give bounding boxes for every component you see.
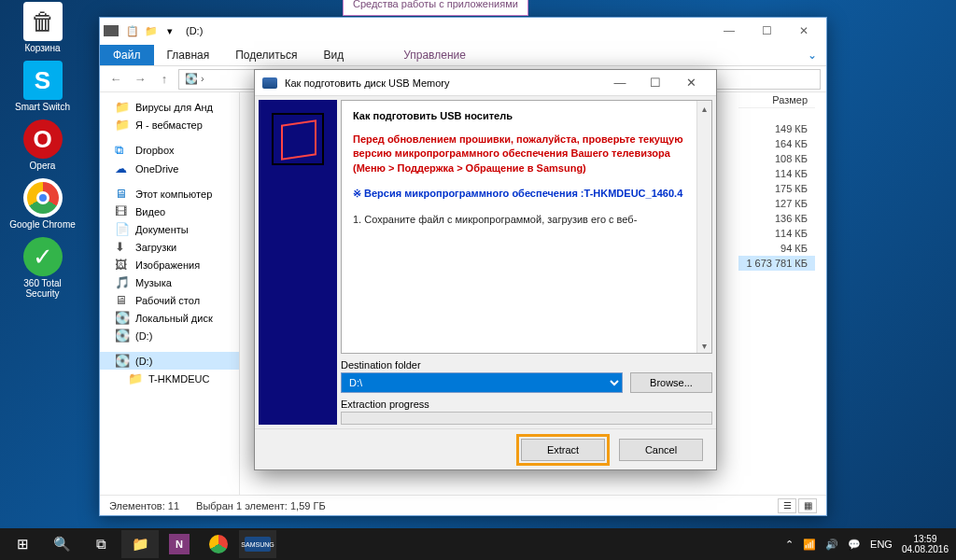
dialog-title: Как подготовить диск USB Memory [285,77,449,89]
browse-button[interactable]: Browse... [630,372,712,393]
dialog-titlebar[interactable]: Как подготовить диск USB Memory — ☐ ✕ [255,70,716,96]
maximize-button[interactable]: ☐ [748,21,785,41]
qat-dropdown-icon[interactable]: ▾ [162,22,178,39]
dialog-maximize-button[interactable]: ☐ [638,73,673,93]
desktop-icon-opera[interactable]: OOpera [7,119,77,171]
tray-clock[interactable]: 13:59 04.08.2016 [902,534,949,554]
taskbar-chrome[interactable] [200,530,237,558]
progress-label: Extraction progress [341,399,429,410]
tray-volume-icon[interactable]: 🔊 [825,539,838,551]
desktop-icon-smartswitch[interactable]: SSmart Switch [7,61,77,112]
desktop-icon-chrome[interactable]: Google Chrome [7,178,77,230]
dialog-banner [259,100,337,425]
file-size: 136 КБ [738,211,815,226]
file-size: 175 КБ [738,181,815,196]
nav-item-desktop[interactable]: 🖥Рабочий стол [100,291,239,309]
file-size: 114 КБ [738,226,815,241]
file-size: 127 КБ [738,196,815,211]
instructions-version: ※ Версия микропрограммного обеспечения :… [353,187,700,201]
desktop-icons: 🗑Корзина SSmart Switch OOpera Google Chr… [7,2,77,306]
qat-props-icon[interactable]: 📋 [124,22,141,39]
view-details-icon[interactable]: ☰ [778,498,796,513]
nav-item-d-selected[interactable]: 💽(D:) [100,352,239,370]
progress-bar [341,412,712,425]
ribbon-expand-icon[interactable]: ⌄ [798,45,826,65]
view-icons-icon[interactable]: ▦ [798,498,817,513]
nav-up-icon[interactable]: ↑ [154,69,175,90]
explorer-titlebar[interactable]: 📋 📁 ▾ (D:) Средства работы с приложениям… [100,18,826,44]
desktop-icon-360[interactable]: ✓360 Total Security [7,237,77,299]
file-size: 164 КБ [738,136,815,151]
search-icon[interactable]: 🔍 [43,530,80,558]
scroll-up-icon[interactable]: ▴ [697,101,711,116]
nav-item[interactable]: 📁Я - вебмастер [100,116,239,133]
explorer-title: (D:) [186,25,203,36]
nav-back-icon[interactable]: ← [105,69,126,90]
extractor-dialog: Как подготовить диск USB Memory — ☐ ✕ Ка… [254,69,717,470]
status-count: Элементов: 11 [109,500,179,511]
nav-item-pictures[interactable]: 🖼Изображения [100,256,239,273]
navigation-pane: 📁Вирусы для Анд 📁Я - вебмастер ⧉Dropbox … [100,92,240,495]
nav-item-videos[interactable]: 🎞Видео [100,203,239,220]
nav-item-documents[interactable]: 📄Документы [100,220,239,238]
tab-manage[interactable]: Управление [390,45,479,65]
destination-input[interactable]: D:\ [341,372,623,393]
app-tools-contextual: Средства работы с приложениями [343,0,528,16]
status-bar: Элементов: 11 Выбран 1 элемент: 1,59 ГБ … [100,495,826,515]
drive-icon [104,25,119,36]
file-size: 108 КБ [738,151,815,166]
status-selection: Выбран 1 элемент: 1,59 ГБ [196,500,326,511]
dialog-close-button[interactable]: ✕ [673,73,709,93]
tab-file[interactable]: Файл [100,45,154,65]
extract-highlight: Extract [516,434,610,466]
dialog-minimize-button[interactable]: — [602,73,638,93]
instructions-warning: Перед обновлением прошивки, пожалуйста, … [353,133,700,175]
taskbar-onenote[interactable]: N [161,530,198,558]
nav-item-thkmdeuc[interactable]: 📁T-HKMDEUC [100,370,239,387]
taskbar: ⊞ 🔍 ⧉ 📁 N SAMSUNG ⌃ 📶 🔊 💬 ENG 13:59 04.0… [0,528,956,560]
nav-item-thispc[interactable]: 🖥Этот компьютер [100,185,239,203]
file-size: 94 КБ [738,241,815,256]
nav-item-onedrive[interactable]: ☁OneDrive [100,160,239,177]
dialog-buttons: Extract Cancel [255,428,716,469]
tab-share[interactable]: Поделиться [222,45,310,65]
instructions-step: 1. Сохраните файл с микропрограммой, заг… [353,213,700,227]
tray-up-icon[interactable]: ⌃ [785,539,794,551]
instructions-scrollbar[interactable]: ▴ ▾ [696,101,711,353]
minimize-button[interactable]: — [710,21,748,41]
qat-newfolder-icon[interactable]: 📁 [143,22,160,39]
nav-forward-icon[interactable]: → [130,69,150,90]
nav-item-d[interactable]: 💽(D:) [100,327,239,344]
ribbon-tabs: Файл Главная Поделиться Вид Управление ⌄ [100,44,826,66]
taskview-icon[interactable]: ⧉ [82,530,120,558]
desktop-icon-recycle[interactable]: 🗑Корзина [7,2,77,53]
instructions-heading: Как подготовить USB носитель [353,110,700,121]
file-size: 149 КБ [738,121,815,136]
nav-item-downloads[interactable]: ⬇Загрузки [100,238,239,256]
tray-language[interactable]: ENG [870,539,893,550]
nav-item-localdisk[interactable]: 💽Локальный диск [100,309,239,327]
nav-item[interactable]: 📁Вирусы для Анд [100,98,239,116]
tray-network-icon[interactable]: 📶 [803,539,816,551]
tray-notifications-icon[interactable]: 💬 [848,539,861,551]
taskbar-explorer[interactable]: 📁 [121,530,159,558]
quick-access-toolbar: 📋 📁 ▾ [124,22,178,39]
tab-home[interactable]: Главная [154,45,223,65]
dialog-instructions: Как подготовить USB носитель Перед обнов… [341,100,712,354]
nav-item-music[interactable]: 🎵Музыка [100,273,239,291]
nav-item-dropbox[interactable]: ⧉Dropbox [100,141,239,160]
file-size: 114 КБ [738,166,815,181]
destination-label: Destination folder [341,359,712,371]
column-header-size[interactable]: Размер [738,92,815,108]
cube-icon [272,113,324,165]
extract-button[interactable]: Extract [521,439,605,461]
file-size-selected: 1 673 781 КБ [738,256,815,271]
taskbar-samsung[interactable]: SAMSUNG [239,530,276,558]
cancel-button[interactable]: Cancel [619,439,703,461]
scroll-down-icon[interactable]: ▾ [697,338,711,353]
tab-view[interactable]: Вид [310,45,357,65]
close-button[interactable]: ✕ [785,21,822,41]
start-button[interactable]: ⊞ [4,530,41,558]
dialog-icon [262,77,277,89]
